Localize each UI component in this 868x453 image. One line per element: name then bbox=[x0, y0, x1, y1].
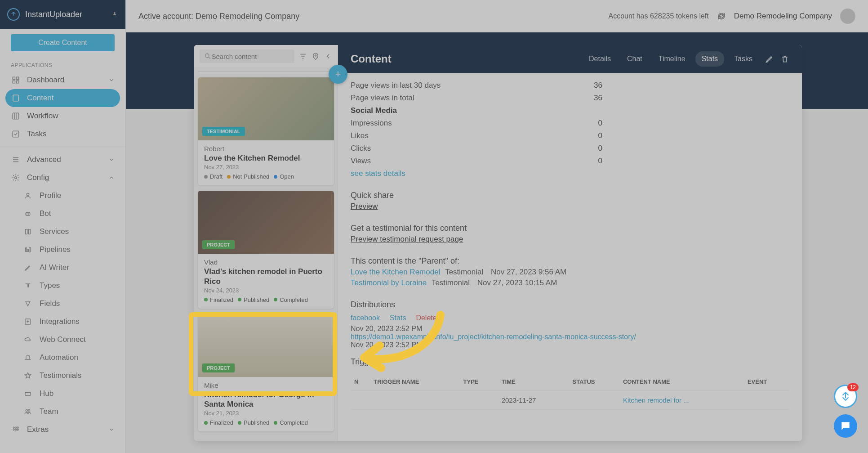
svg-point-25 bbox=[315, 55, 316, 56]
cloud-icon bbox=[24, 336, 34, 343]
refresh-icon[interactable] bbox=[717, 12, 726, 21]
nav-extras[interactable]: Extras bbox=[0, 421, 125, 439]
status-row: Finalized Published Completed bbox=[204, 296, 328, 303]
dist-delete[interactable]: Delete bbox=[416, 314, 436, 322]
tag-testimonial: TESTIMONIAL bbox=[202, 127, 245, 136]
content-card[interactable]: PROJECT Vlad Vlad's kitchen remodel in P… bbox=[198, 191, 334, 309]
card-title: Kitchen remodel for George in Santa Moni… bbox=[204, 390, 328, 409]
status-chip: Not Published bbox=[227, 173, 269, 180]
nav-bot[interactable]: Bot bbox=[0, 205, 125, 223]
user-avatar[interactable] bbox=[840, 9, 855, 24]
stat-row: Views0 bbox=[351, 157, 602, 166]
svg-point-22 bbox=[15, 429, 17, 431]
status-dot bbox=[204, 298, 208, 301]
status-chip: Finalized bbox=[204, 419, 233, 426]
card-author: Mike bbox=[204, 381, 328, 389]
svg-point-8 bbox=[27, 193, 29, 196]
tab-details[interactable]: Details bbox=[583, 51, 617, 67]
chat-fab[interactable] bbox=[834, 414, 857, 438]
dist-facebook[interactable]: facebook bbox=[351, 314, 380, 322]
nav-types[interactable]: Types bbox=[0, 277, 125, 295]
nav-content[interactable]: Content bbox=[5, 89, 120, 107]
svg-point-24 bbox=[205, 54, 209, 58]
location-icon[interactable] bbox=[312, 52, 320, 60]
tune-icon bbox=[11, 156, 21, 164]
tab-timeline[interactable]: Timeline bbox=[652, 51, 692, 67]
star-icon bbox=[24, 372, 34, 379]
tabs: Details Chat Timeline Stats Tasks bbox=[583, 51, 759, 67]
nav-testimonials[interactable]: Testimonials bbox=[0, 367, 125, 385]
nav-ai-writer[interactable]: AI Writer bbox=[0, 259, 125, 277]
card-title: Love the Kitchen Remodel bbox=[204, 153, 328, 163]
nav-section-applications: APPLICATIONS bbox=[0, 57, 125, 71]
nav-dashboard[interactable]: Dashboard bbox=[0, 71, 125, 89]
content-card-highlighted[interactable]: PROJECT Mike Kitchen remodel for George … bbox=[198, 314, 334, 432]
nav-label: AI Writer bbox=[40, 263, 69, 272]
status-row: Finalized Published Completed bbox=[204, 419, 328, 426]
create-content-button[interactable]: Create Content bbox=[11, 34, 115, 51]
chevron-down-icon bbox=[108, 157, 115, 163]
delete-icon[interactable] bbox=[780, 54, 789, 63]
list-body[interactable]: TESTIMONIAL Robert Love the Kitchen Remo… bbox=[194, 67, 338, 441]
child-link[interactable]: Testimonial by Loraine bbox=[351, 278, 427, 287]
nav-config[interactable]: Config bbox=[0, 169, 125, 187]
content-card[interactable]: TESTIMONIAL Robert Love the Kitchen Remo… bbox=[198, 77, 334, 185]
child-link[interactable]: Love the Kitchen Remodel bbox=[351, 268, 440, 276]
nav-hub[interactable]: Hub bbox=[0, 385, 125, 403]
nav-workflow[interactable]: Workflow bbox=[0, 107, 125, 125]
nav-label: Tasks bbox=[27, 130, 46, 139]
svg-point-18 bbox=[13, 427, 14, 428]
tab-chat[interactable]: Chat bbox=[621, 51, 649, 67]
nav-services[interactable]: Services bbox=[0, 223, 125, 241]
svg-rect-3 bbox=[17, 81, 19, 83]
tag-project: PROJECT bbox=[202, 363, 235, 372]
filter-icon[interactable] bbox=[299, 52, 307, 60]
nav-integrations[interactable]: Integrations bbox=[0, 313, 125, 331]
user-icon bbox=[24, 192, 34, 199]
card-date: Nov 27, 2023 bbox=[204, 164, 328, 170]
nav-profile[interactable]: Profile bbox=[0, 187, 125, 205]
search-box[interactable] bbox=[200, 49, 294, 63]
th-time: TIME bbox=[498, 373, 569, 391]
th-trigger-name: TRIGGER NAME bbox=[370, 373, 459, 391]
nav-web-connect[interactable]: Web Connect bbox=[0, 331, 125, 349]
pin-icon[interactable] bbox=[111, 11, 118, 18]
status-dot bbox=[204, 421, 208, 425]
add-fab[interactable]: + bbox=[329, 65, 347, 84]
edit-icon[interactable] bbox=[765, 54, 774, 63]
company-name[interactable]: Demo Remodeling Company bbox=[734, 12, 832, 21]
preview-testimonial-link[interactable]: Preview testimonial request page bbox=[351, 235, 463, 243]
app-badge-fab[interactable]: 12 bbox=[834, 385, 857, 408]
tab-stats[interactable]: Stats bbox=[695, 51, 724, 67]
fields-icon bbox=[24, 300, 34, 307]
nav-advanced[interactable]: Advanced bbox=[0, 151, 125, 169]
preview-link[interactable]: Preview bbox=[351, 202, 378, 211]
tab-tasks[interactable]: Tasks bbox=[728, 51, 759, 67]
dist-stats[interactable]: Stats bbox=[390, 314, 406, 322]
detail-body[interactable]: Page views in last 30 days36 Page views … bbox=[338, 73, 802, 441]
nav-tasks[interactable]: Tasks bbox=[0, 125, 125, 143]
trigger-row[interactable]: 2023-11-27 Kitchen remodel for ... bbox=[351, 391, 789, 410]
svg-point-19 bbox=[15, 427, 17, 428]
hub-icon bbox=[24, 390, 34, 397]
nav-automation[interactable]: Automation bbox=[0, 349, 125, 367]
svg-point-20 bbox=[17, 427, 18, 428]
status-chip: Finalized bbox=[204, 296, 233, 303]
nav-fields[interactable]: Fields bbox=[0, 295, 125, 313]
svg-rect-13 bbox=[28, 229, 30, 234]
team-icon bbox=[24, 408, 34, 415]
card-body: Mike Kitchen remodel for George in Santa… bbox=[198, 377, 334, 432]
svg-point-23 bbox=[17, 429, 18, 431]
card-body: Robert Love the Kitchen Remodel Nov 27, … bbox=[198, 140, 334, 185]
nav-pipelines[interactable]: Pipelines bbox=[0, 241, 125, 259]
nav-label: Web Connect bbox=[40, 335, 86, 344]
type-icon bbox=[24, 282, 34, 289]
dist-url[interactable]: https://demo1.wpexample.info/iu_project/… bbox=[351, 333, 636, 341]
nav-team[interactable]: Team bbox=[0, 403, 125, 421]
status-chip: Published bbox=[238, 296, 269, 303]
search-input[interactable] bbox=[211, 53, 290, 60]
nav-label: Bot bbox=[40, 209, 51, 218]
see-stats-link[interactable]: see stats details bbox=[351, 169, 405, 178]
trigger-content-link[interactable]: Kitchen remodel for ... bbox=[623, 396, 689, 404]
chevron-left-icon[interactable] bbox=[324, 52, 332, 60]
